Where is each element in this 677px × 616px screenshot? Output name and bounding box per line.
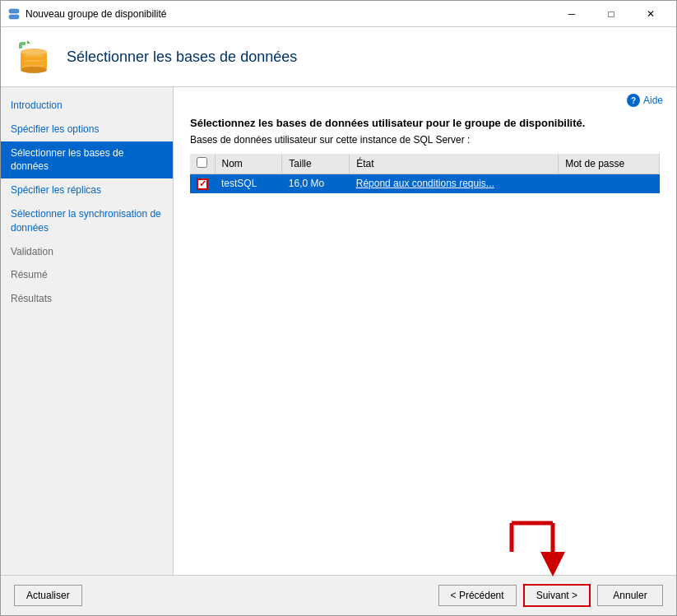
svg-point-3 [21,49,47,55]
sidebar-item-summary: Résumé [1,263,173,287]
main-window: Nouveau groupe de disponibilité ─ □ ✕ [0,0,677,616]
cancel-button[interactable]: Annuler [597,585,663,606]
sidebar-item-validation: Validation [1,240,173,264]
row-nom-cell: testSQL [215,174,282,193]
bottom-bar: Actualiser < Précédent Suivant > Annuler [1,575,676,615]
table-row[interactable]: testSQL 16,0 Mo Répond aux conditions re… [190,174,660,193]
window-title: Nouveau groupe de disponibilité [26,8,553,20]
col-taille: Taille [282,154,350,174]
next-button[interactable]: Suivant > [523,584,591,607]
svg-rect-5 [24,55,44,57]
svg-rect-0 [9,9,19,13]
row-etat-cell: Répond aux conditions requis... [350,174,559,193]
col-nom: Nom [215,154,282,174]
col-etat: État [350,154,559,174]
table-header-row: Nom Taille État Mot de passe [190,154,660,174]
svg-rect-6 [24,60,44,62]
databases-table: Nom Taille État Mot de passe testSQL [190,154,660,193]
row-checkbox-cell [190,174,215,193]
sidebar-item-introduction[interactable]: Introduction [1,94,173,118]
etat-link[interactable]: Répond aux conditions requis... [356,178,494,189]
row-taille-cell: 16,0 Mo [282,174,350,193]
section-title: Sélectionnez les bases de données utilis… [190,117,660,129]
help-link[interactable]: ? Aide [627,94,663,107]
sidebar: Introduction Spécifier les options Sélec… [1,87,174,575]
sidebar-item-specify-replicas[interactable]: Spécifier les réplicas [1,178,173,202]
main-content: Introduction Spécifier les options Sélec… [1,87,676,575]
content-top: ? Aide [174,87,676,110]
minimize-button[interactable]: ─ [553,2,591,25]
svg-point-4 [21,67,47,73]
header-icon [14,37,53,76]
header-title: Sélectionner les bases de données [67,49,297,66]
help-icon: ? [627,94,640,107]
help-label: Aide [643,95,663,106]
maximize-button[interactable]: □ [592,2,630,25]
header-area: Sélectionner les bases de données [1,27,676,87]
col-mot-de-passe: Mot de passe [559,154,660,174]
sidebar-item-results: Résultats [1,287,173,311]
row-checkbox[interactable] [197,178,208,190]
col-checkbox [190,154,215,174]
close-button[interactable]: ✕ [632,2,670,25]
row-mot-de-passe-cell [559,174,660,193]
sidebar-item-select-databases: Sélectionner les bases de données [1,141,173,179]
section-subtitle: Bases de données utilisateur sur cette i… [190,134,660,146]
refresh-button[interactable]: Actualiser [14,585,82,606]
sidebar-item-specify-options[interactable]: Spécifier les options [1,118,173,141]
svg-rect-7 [24,65,44,67]
title-bar: Nouveau groupe de disponibilité ─ □ ✕ [1,1,676,27]
window-icon [7,7,21,21]
content-body: Sélectionnez les bases de données utilis… [174,110,676,575]
select-all-checkbox[interactable] [197,157,207,168]
content-area: ? Aide Sélectionnez les bases de données… [174,87,676,575]
svg-rect-1 [9,15,19,19]
sidebar-item-select-sync[interactable]: Sélectionner la synchronisation de donné… [1,202,173,240]
previous-button[interactable]: < Précédent [438,585,517,606]
window-controls: ─ □ ✕ [553,2,670,25]
